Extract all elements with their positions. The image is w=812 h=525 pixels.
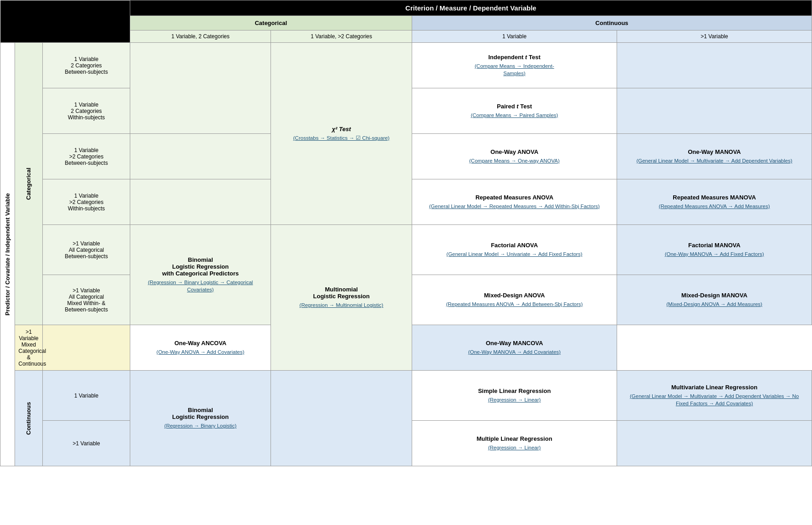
cat-sub1-header: 1 Variable, 2 Categories — [130, 31, 271, 43]
indep-t-cont2-cell — [617, 43, 812, 88]
rep-measures-anova-name: Repeated Measures ANOVA — [419, 194, 610, 201]
multivariate-lr-cell: Multivariate Linear Regression (General … — [617, 371, 812, 421]
indep-t-test-cell: Independent t Test (Compare Means → Inde… — [412, 43, 617, 88]
oneway-anova-cell: One-Way ANOVA (Compare Means → One-way A… — [412, 134, 617, 179]
mancova-name: One-Way MANCOVA — [419, 340, 610, 347]
mixed-design-manova-path: (Mixed-Design ANOVA → Add Measures) — [623, 301, 805, 308]
cont-cat2-empty — [271, 371, 412, 466]
row-label-1: 1 Variable2 CategoriesBetween-subjects — [43, 43, 130, 88]
predictor-label: Predictor / Covariate / Independent Vari… — [0, 43, 15, 466]
mixed-design-anova-path: (Repeated Measures ANOVA → Add Between-S… — [419, 301, 610, 308]
binomial-logistic-cat-name: BinomialLogistic Regressionwith Categori… — [137, 256, 265, 277]
row-label-4: 1 Variable>2 CategoriesWithin-subjects — [43, 179, 130, 225]
row-label-7: >1 VariableMixed Categorical& Continuous — [15, 325, 43, 371]
rep-measures-manova-path: (Repeated Measures ANOVA → Add Measures) — [623, 203, 805, 210]
binomial-logistic-cat-cell: BinomialLogistic Regressionwith Categori… — [130, 225, 271, 325]
rep-measures-manova-name: Repeated Measures MANOVA — [623, 194, 805, 201]
chi-square-path: (Crosstabs → Statistics → ☑ Chi-square) — [277, 134, 405, 142]
multiple-lr-cont2-empty — [617, 421, 812, 466]
chisq-1var-cell — [130, 134, 271, 179]
chi-square-cell — [130, 43, 271, 134]
cont-sub2-header: >1 Variable — [617, 31, 812, 43]
mixed-binomial-empty — [43, 325, 130, 371]
chi-square-name: χ² Test — [277, 126, 405, 133]
binomial-logistic-cont-path: (Regression → Binary Logistic) — [137, 422, 265, 429]
cat-sub2-header: 1 Variable, >2 Categories — [271, 31, 412, 43]
oneway-anova-path: (Compare Means → One-way ANOVA) — [419, 157, 610, 164]
row-label-8: 1 Variable — [43, 371, 130, 421]
rep-measures-manova-cell: Repeated Measures MANOVA (Repeated Measu… — [617, 179, 812, 225]
multinomial-lr-cell: MultinomialLogistic Regression (Regressi… — [271, 225, 412, 371]
simple-lr-path: (Regression → Linear) — [419, 396, 610, 403]
binomial-logistic-cont-cell: BinomialLogistic Regression (Regression … — [130, 371, 271, 466]
rep-measures-anova-cell: Repeated Measures ANOVA (General Linear … — [412, 179, 617, 225]
simple-lr-name: Simple Linear Regression — [419, 387, 610, 394]
factorial-anova-path: (General Linear Model → Univariate → Add… — [419, 250, 610, 258]
multinomial-lr-name: MultinomialLogistic Regression — [277, 286, 405, 300]
rep-measures-anova-path: (General Linear Model → Repeated Measure… — [419, 203, 610, 210]
binomial-logistic-cat-path: (Regression → Binary Logistic → Categori… — [137, 279, 265, 293]
paired-t-test-name: Paired t Test — [419, 103, 610, 110]
mixed-design-anova-cell: Mixed-Design ANOVA (Repeated Measures AN… — [412, 275, 617, 325]
multivariate-lr-path: (General Linear Model → Multivariate → A… — [623, 392, 805, 407]
continuous-header: Continuous — [412, 16, 812, 31]
multivariate-lr-name: Multivariate Linear Regression — [623, 384, 805, 391]
binomial-logistic-cont-name: BinomialLogistic Regression — [137, 407, 265, 420]
factorial-manova-cell: Factorial MANOVA (One-Way MANOVA → Add F… — [617, 225, 812, 275]
factorial-manova-name: Factorial MANOVA — [623, 242, 805, 249]
mancova-cell: One-Way MANCOVA (One-Way MANOVA → Add Co… — [412, 325, 617, 371]
row-label-3: 1 Variable>2 CategoriesBetween-subjects — [43, 134, 130, 179]
cont-sub1-header: 1 Variable — [412, 31, 617, 43]
factorial-anova-name: Factorial ANOVA — [419, 242, 610, 249]
multinomial-lr-path: (Regression → Multinomial Logistic) — [277, 301, 405, 309]
page-title: Criterion / Measure / Dependent Variable — [130, 0, 812, 16]
ancova-cell: One-Way ANCOVA (One-Way ANOVA → Add Cova… — [130, 325, 271, 371]
ancova-path: (One-Way ANOVA → Add Covariates) — [137, 348, 265, 356]
paired-t-test-cell: Paired t Test (Compare Means → Paired Sa… — [412, 88, 617, 134]
indep-t-test-name: Independent t Test — [419, 54, 610, 61]
multiple-lr-name: Multiple Linear Regression — [419, 435, 610, 442]
oneway-manova-path: (General Linear Model → Multivariate → A… — [623, 157, 805, 164]
continuous-section-label: Continuous — [15, 371, 43, 466]
row-label-2: 1 Variable2 CategoriesWithin-subjects — [43, 88, 130, 134]
row-label-5: >1 VariableAll CategoricalBetween-subjec… — [43, 225, 130, 275]
multiple-lr-cell: Multiple Linear Regression (Regression →… — [412, 421, 617, 466]
mixed-design-manova-name: Mixed-Design MANOVA — [623, 292, 805, 299]
categorical-header: Categorical — [130, 16, 412, 31]
row-label-9: >1 Variable — [43, 421, 130, 466]
simple-lr-cell: Simple Linear Regression (Regression → L… — [412, 371, 617, 421]
indep-t-test-path: (Compare Means → Independent-Samples) — [419, 62, 610, 77]
paired-t-cont2-cell — [617, 88, 812, 134]
mancova-path: (One-Way MANOVA → Add Covariates) — [419, 348, 610, 356]
multiple-lr-path: (Regression → Linear) — [419, 444, 610, 451]
oneway-manova-name: One-Way MANOVA — [623, 148, 805, 155]
mixed-design-manova-cell: Mixed-Design MANOVA (Mixed-Design ANOVA … — [617, 275, 812, 325]
ancova-name: One-Way ANCOVA — [137, 340, 265, 347]
chisq-1var-within-cell — [130, 179, 271, 225]
row-label-6: >1 VariableAll CategoricalMixed Within- … — [43, 275, 130, 325]
factorial-manova-path: (One-Way MANOVA → Add Fixed Factors) — [623, 250, 805, 258]
main-table: Criterion / Measure / Dependent Variable… — [0, 0, 812, 466]
categorical-section-label: Categorical — [15, 43, 43, 325]
paired-t-test-path: (Compare Means → Paired Samples) — [419, 112, 610, 119]
mixed-design-anova-name: Mixed-Design ANOVA — [419, 292, 610, 299]
oneway-manova-cell: One-Way MANOVA (General Linear Model → M… — [617, 134, 812, 179]
factorial-anova-cell: Factorial ANOVA (General Linear Model → … — [412, 225, 617, 275]
chi-square-span-cell: χ² Test (Crosstabs → Statistics → ☑ Chi-… — [271, 43, 412, 225]
oneway-anova-name: One-Way ANOVA — [419, 148, 610, 155]
